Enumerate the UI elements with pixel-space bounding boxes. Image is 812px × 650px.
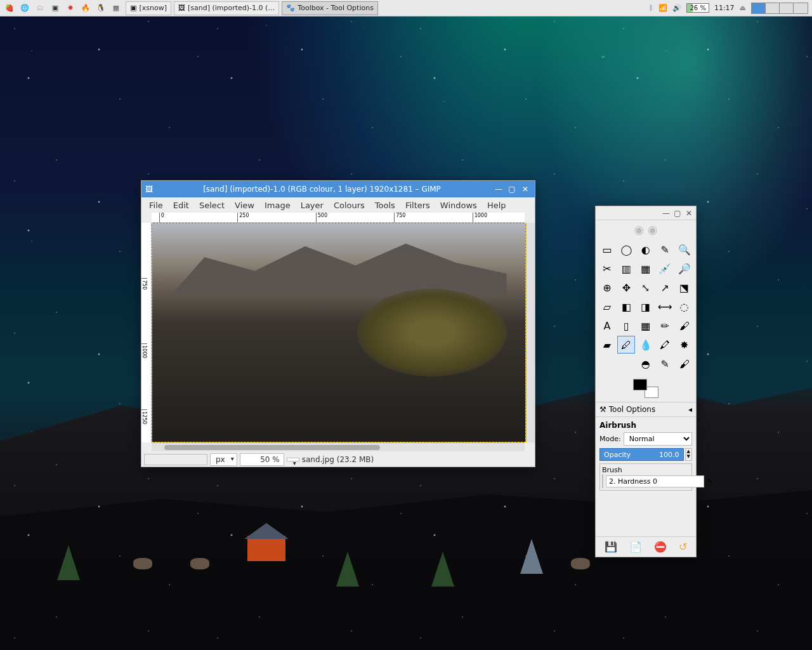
brush-chooser: Brush ✎ (599, 463, 692, 491)
fg-bg-swatch[interactable] (633, 379, 658, 398)
brush-name-field[interactable] (606, 475, 704, 488)
menu-select[interactable]: Select (194, 199, 230, 212)
maximize-button[interactable]: ▢ (506, 183, 518, 195)
maximize-button[interactable]: ▢ (673, 209, 682, 218)
zoom-input[interactable]: 50 % (240, 453, 284, 466)
battery-indicator[interactable]: 26 % (686, 3, 709, 13)
tool-button[interactable]: ✸ (676, 336, 693, 354)
tool-button[interactable]: ▰ (598, 336, 616, 354)
tool-button[interactable]: 🔍 (676, 241, 693, 258)
menu-filters[interactable]: Filters (400, 199, 435, 212)
tool-button[interactable]: ◌ (676, 298, 693, 315)
tool-button[interactable]: ↗ (656, 279, 674, 296)
tool-button[interactable]: ▱ (598, 298, 616, 315)
browser-icon[interactable]: 🌐 (18, 1, 32, 15)
tool-button[interactable]: ◯ (617, 241, 635, 258)
app-icon[interactable]: ✸ (63, 1, 77, 15)
volume-icon[interactable]: 🔊 (672, 4, 681, 12)
wifi-icon[interactable]: 📶 (658, 4, 667, 12)
app-icon[interactable]: ▦ (109, 1, 123, 15)
tool-options-header[interactable]: ⚒ Tool Options ◂ (596, 402, 696, 417)
tool-button[interactable]: ◐ (637, 241, 655, 258)
xsnow-tree (57, 545, 80, 580)
menu-image[interactable]: Image (259, 199, 296, 212)
menu-tools[interactable]: Tools (370, 199, 400, 212)
tool-button[interactable]: 🔎 (676, 260, 693, 277)
tool-button[interactable]: ✏ (656, 317, 674, 335)
app-icon[interactable]: 🐧 (94, 1, 108, 15)
scrollbar-horizontal[interactable] (152, 442, 525, 451)
task-gimp-image[interactable]: 🖼[sand] (imported)-1.0 (… (174, 1, 279, 15)
ruler-horizontal[interactable]: 0 250 500 750 1000 (152, 213, 525, 223)
mode-select[interactable]: Normal (624, 432, 692, 446)
menu-file[interactable]: File (144, 199, 168, 212)
gimp-toolbox-window: — ▢ ✕ ◉ ◉ ▭◯◐✎🔍✂▥▦💉🔎⊕✥⤡↗⬔▱◧◨⟷◌A▯▦✏🖌▰🖊💧🖍✸… (595, 206, 697, 557)
ruler-vertical[interactable]: 750 1000 1250 (141, 223, 152, 442)
menu-windows[interactable]: Windows (435, 199, 482, 212)
close-button[interactable]: ✕ (684, 209, 693, 218)
menu-colours[interactable]: Colours (329, 199, 370, 212)
menu-raspberry-icon[interactable]: 🍓 (3, 1, 16, 15)
detach-icon[interactable]: ◂ (688, 405, 692, 414)
tool-button[interactable]: ◧ (617, 298, 635, 315)
tool-button[interactable]: ✥ (617, 279, 635, 296)
clock[interactable]: 11:17 (714, 4, 735, 12)
spin-up[interactable]: ▲ (686, 449, 691, 454)
tool-button[interactable]: ◓ (637, 355, 655, 373)
tool-button[interactable]: ✎ (656, 355, 674, 373)
tool-button[interactable]: 💉 (656, 260, 674, 277)
workspace-switcher[interactable] (751, 3, 808, 14)
brush-preview[interactable] (602, 474, 603, 488)
units-select[interactable]: px (210, 453, 237, 466)
tool-button[interactable]: ✂ (598, 260, 616, 277)
zoom-dropdown[interactable] (287, 458, 299, 461)
brush-edit-icon[interactable]: ✎ (707, 477, 712, 486)
menu-layer[interactable]: Layer (296, 199, 329, 212)
spin-down[interactable]: ▼ (686, 454, 691, 459)
app-icon[interactable]: 🔥 (79, 1, 93, 15)
brush-label: Brush (602, 466, 690, 474)
tool-button[interactable]: A (598, 317, 616, 335)
task-gimp-toolbox[interactable]: 🐾Toolbox - Tool Options (282, 1, 378, 15)
xsnow-tree (336, 552, 359, 587)
reset-preset-icon[interactable]: ↺ (679, 541, 687, 553)
tool-button[interactable]: ▦ (637, 317, 655, 335)
menu-edit[interactable]: Edit (168, 199, 194, 212)
tool-button[interactable]: ✎ (656, 241, 674, 258)
filemanager-icon[interactable]: 🗂 (33, 1, 47, 15)
tool-button[interactable]: ⤡ (637, 279, 655, 296)
delete-preset-icon[interactable]: ⛔ (654, 541, 667, 553)
active-tool-name: Airbrush (599, 421, 692, 430)
tool-button[interactable]: ▭ (598, 241, 616, 258)
tool-button[interactable]: ⊕ (598, 279, 616, 296)
tool-button[interactable]: ⬔ (676, 279, 693, 296)
menu-view[interactable]: View (230, 199, 259, 212)
tool-button[interactable]: ◨ (637, 298, 655, 315)
minimize-button[interactable]: — (493, 183, 504, 195)
task-xsnow[interactable]: ▣[xsnow] (126, 1, 171, 15)
tool-button[interactable]: ⟷ (656, 298, 674, 315)
tool-button[interactable]: ▦ (637, 260, 655, 277)
xsnow-reindeer (190, 552, 216, 574)
bluetooth-icon[interactable]: ᛒ (649, 4, 653, 12)
tool-button[interactable]: ▥ (617, 260, 635, 277)
close-button[interactable]: ✕ (520, 183, 531, 195)
minimize-button[interactable]: — (662, 209, 671, 218)
tool-button[interactable]: 🖌 (676, 355, 693, 373)
toolbox-titlebar[interactable]: — ▢ ✕ (596, 206, 696, 220)
tool-button[interactable]: 💧 (637, 336, 655, 354)
titlebar[interactable]: 🖼 [sand] (imported)-1.0 (RGB colour, 1 l… (141, 181, 535, 197)
restore-preset-icon[interactable]: 📄 (629, 541, 642, 553)
tool-button[interactable]: 🖍 (656, 336, 674, 354)
image-canvas[interactable] (152, 223, 526, 442)
scrollbar-vertical[interactable] (526, 223, 535, 442)
terminal-icon[interactable]: ▣ (48, 1, 62, 15)
eject-icon[interactable]: ⏏ (740, 4, 746, 12)
save-preset-icon[interactable]: 💾 (605, 541, 617, 553)
opacity-slider[interactable]: Opacity 100.0 (599, 448, 684, 461)
tool-button[interactable]: 🖊 (617, 336, 635, 354)
tool-button[interactable]: 🖌 (676, 317, 693, 335)
menu-help[interactable]: Help (482, 199, 511, 212)
tool-button[interactable]: ▯ (617, 317, 635, 335)
statusbar: px 50 % sand.jpg (23.2 MB) (141, 451, 535, 468)
